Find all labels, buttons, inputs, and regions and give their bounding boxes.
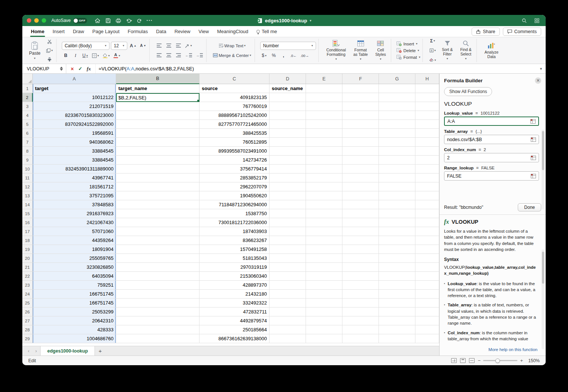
autosum-button[interactable]: Σ▾ <box>428 37 437 45</box>
cell-C7[interactable]: 760512895 <box>200 138 269 147</box>
panel-scrollbar-help[interactable] <box>542 249 545 349</box>
cell-B20[interactable] <box>116 254 200 263</box>
panel-scrollbar-args[interactable] <box>542 130 545 210</box>
cancel-formula-icon[interactable]: × <box>71 66 74 72</box>
cell-D13[interactable] <box>269 191 306 200</box>
cell-D18[interactable] <box>269 236 306 245</box>
cell-C8[interactable]: 899395587023491000 <box>200 147 269 156</box>
cell-E29[interactable] <box>306 334 342 343</box>
sort-filter-button[interactable]: Sort &Filter ▾ <box>439 39 455 61</box>
cell-styles-button[interactable]: CellStyles ▾ <box>373 39 389 61</box>
cell-C22[interactable]: 2153060340 <box>200 272 269 281</box>
cell-B8[interactable] <box>116 147 200 156</box>
row-header-22[interactable]: 22 <box>22 272 33 281</box>
cell-D7[interactable] <box>269 138 306 147</box>
cell-B19[interactable] <box>116 245 200 254</box>
cell-E10[interactable] <box>306 165 342 173</box>
cell-B23[interactable] <box>116 281 200 290</box>
cell-E9[interactable] <box>306 156 342 165</box>
cell-G24[interactable] <box>379 290 415 299</box>
paste-button[interactable]: Paste ▾ <box>27 41 43 61</box>
row-header-13[interactable]: 13 <box>22 191 33 200</box>
cell-D12[interactable] <box>269 182 306 191</box>
row-header-8[interactable]: 8 <box>22 147 33 156</box>
arg-input-range_lookup[interactable]: FALSE <box>444 171 539 181</box>
format-as-table-button[interactable]: Formatas Table ▾ <box>351 39 370 61</box>
cell-H19[interactable] <box>415 245 439 254</box>
cell-G12[interactable] <box>379 182 415 191</box>
bold-button[interactable]: B <box>62 52 70 60</box>
cell-C24[interactable]: 21432180 <box>200 290 269 299</box>
cell-A24[interactable]: 166751745 <box>33 290 116 299</box>
row-header-17[interactable]: 17 <box>22 227 33 236</box>
cell-A19[interactable]: 18091904 <box>33 245 116 254</box>
cell-B5[interactable] <box>116 120 200 129</box>
cell-F28[interactable] <box>342 325 379 334</box>
cell-H16[interactable] <box>415 218 439 227</box>
cell-E19[interactable] <box>306 245 342 254</box>
cell-A8[interactable]: 33884545 <box>33 147 116 156</box>
cell-E5[interactable] <box>306 120 342 129</box>
row-header-25[interactable]: 25 <box>22 299 33 307</box>
zoom-button[interactable] <box>42 18 46 23</box>
cell-F22[interactable] <box>342 272 379 281</box>
range-selector-icon[interactable] <box>530 119 536 124</box>
formula-input[interactable]: =VLOOKUP(A:A,nodes.csv!$A:$B,2,FALSE) <box>96 64 536 73</box>
cell-A15[interactable]: 2916376923 <box>33 209 116 218</box>
fill-color-button[interactable]: ▾ <box>102 52 111 60</box>
home-icon[interactable] <box>93 16 102 25</box>
cell-D3[interactable] <box>269 102 306 111</box>
row-header-26[interactable]: 26 <box>22 307 33 316</box>
font-size-combo[interactable]: 12 ▾ <box>111 42 127 50</box>
cell-G1[interactable] <box>379 84 415 93</box>
cell-H11[interactable] <box>415 173 439 182</box>
arg-input-table_array[interactable]: nodes.csv!$A:$B <box>444 135 539 144</box>
cell-G13[interactable] <box>379 191 415 200</box>
cell-A23[interactable]: 759251 <box>33 281 116 290</box>
cell-C23[interactable]: 428897370 <box>200 281 269 290</box>
cell-C10[interactable]: 3756779414 <box>200 165 269 173</box>
cell-B18[interactable] <box>116 236 200 245</box>
cell-H18[interactable] <box>415 236 439 245</box>
cell-C13[interactable]: 1904550620 <box>200 191 269 200</box>
cell-G28[interactable] <box>379 325 415 334</box>
zoom-percentage[interactable]: 150% <box>526 358 540 363</box>
cell-H22[interactable] <box>415 272 439 281</box>
cell-D25[interactable] <box>269 299 306 307</box>
cell-F27[interactable] <box>342 316 379 325</box>
cell-B13[interactable] <box>116 191 200 200</box>
cell-F15[interactable] <box>342 209 379 218</box>
clear-button[interactable]: ▾ <box>428 56 437 64</box>
cell-E22[interactable] <box>306 272 342 281</box>
cell-A21[interactable]: 3230826850 <box>33 263 116 272</box>
column-header-C[interactable]: C <box>200 74 269 84</box>
zoom-slider-knob[interactable] <box>495 358 500 363</box>
cell-C17[interactable]: 187403903 <box>200 227 269 236</box>
cell-G14[interactable] <box>379 200 415 209</box>
cell-G5[interactable] <box>379 120 415 129</box>
cell-B12[interactable] <box>116 182 200 191</box>
cell-A29[interactable]: 1004686760 <box>33 334 116 343</box>
insert-button[interactable]: Insert ▾ <box>396 41 420 46</box>
align-top-button[interactable] <box>155 42 163 50</box>
cell-H8[interactable] <box>415 147 439 156</box>
format-button[interactable]: Format ▾ <box>396 55 420 60</box>
app-grid-icon[interactable] <box>532 16 541 25</box>
cell-B25[interactable] <box>116 299 200 307</box>
cell-D20[interactable] <box>269 254 306 263</box>
cell-H28[interactable] <box>415 325 439 334</box>
cell-B24[interactable] <box>116 290 200 299</box>
cell-B27[interactable] <box>116 316 200 325</box>
cell-H1[interactable] <box>415 84 439 93</box>
cell-A10[interactable]: 832453901311889000 <box>33 165 116 173</box>
cell-G25[interactable] <box>379 299 415 307</box>
cell-A2[interactable]: 10012122 <box>33 93 116 102</box>
cell-E24[interactable] <box>306 290 342 299</box>
cell-H29[interactable] <box>415 334 439 343</box>
copy-button[interactable]: ▾ <box>45 47 54 54</box>
panel-close-icon[interactable]: ✕ <box>535 77 541 84</box>
cell-D22[interactable] <box>269 272 306 281</box>
tab-page-layout[interactable]: Page Layout <box>88 26 124 37</box>
cell-D1[interactable]: source_name <box>269 84 306 93</box>
cell-E11[interactable] <box>306 173 342 182</box>
